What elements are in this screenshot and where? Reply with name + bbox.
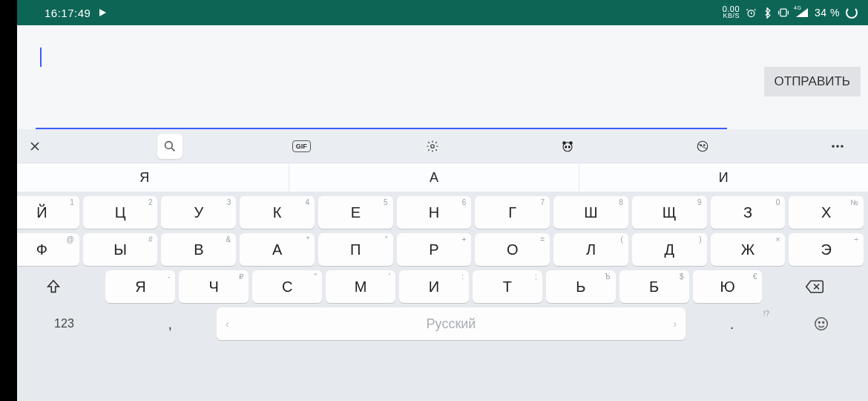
svg-point-5 [563, 141, 567, 145]
letter-key[interactable]: С" [252, 270, 322, 303]
letter-key[interactable]: Ч₽ [179, 270, 249, 303]
suggestion-item[interactable]: Я [0, 163, 289, 192]
send-button[interactable]: ОТПРАВИТЬ [764, 67, 861, 97]
status-bar: 16:17:49 0.00 KB/S 4G 34 % [0, 0, 868, 25]
letter-key[interactable]: Я- [105, 270, 175, 303]
alarm-icon [746, 7, 757, 19]
chevron-left-icon: ‹ [226, 318, 229, 330]
letter-key[interactable]: Н6 [397, 196, 472, 229]
space-key[interactable]: ‹ Русский › [217, 307, 685, 340]
loading-spinner-icon [846, 7, 858, 19]
letter-key[interactable]: Ж× [711, 233, 786, 266]
keyboard: Й1Ц2У3К4Е5Н6Г7Ш8Щ9З0Х№ Ф@Ы#В&А*П"Р+О=Л(Д… [0, 192, 868, 401]
text-cursor [40, 48, 42, 67]
letter-key[interactable]: У3 [161, 196, 236, 229]
suggestion-item[interactable]: А [289, 163, 579, 192]
suggestion-item[interactable]: И [579, 163, 868, 192]
numeric-key[interactable]: 123 [4, 307, 124, 340]
gif-icon[interactable]: GIF [292, 140, 311, 152]
svg-point-17 [822, 322, 823, 323]
letter-key[interactable]: О= [475, 233, 550, 266]
svg-point-6 [570, 141, 573, 145]
svg-point-16 [818, 322, 820, 323]
backspace-key[interactable] [766, 270, 863, 303]
signal-icon: 4G [795, 7, 809, 18]
svg-point-14 [841, 145, 844, 148]
letter-key[interactable]: А* [240, 233, 315, 266]
svg-point-10 [700, 144, 702, 146]
letter-key[interactable]: З0 [711, 196, 786, 229]
emoji-key[interactable] [778, 307, 864, 340]
status-right: 0.00 KB/S 4G 34 % [723, 6, 858, 19]
keyboard-row-3: Я-Ч₽С"М'И:Т;ЬЪБ$Ю€ [4, 270, 864, 303]
text-field-wrap[interactable] [36, 34, 758, 129]
comma-key[interactable]: , [128, 307, 213, 340]
status-left: 16:17:49 [45, 7, 107, 19]
vibrate-icon [777, 7, 789, 18]
letter-key[interactable]: Ц2 [83, 196, 158, 229]
keyboard-row-1: Й1Ц2У3К4Е5Н6Г7Ш8Щ9З0Х№ [4, 196, 864, 229]
svg-point-7 [565, 145, 568, 148]
svg-point-3 [431, 144, 435, 148]
chevron-right-icon: › [673, 318, 677, 330]
svg-point-2 [165, 141, 172, 149]
more-icon[interactable] [825, 134, 850, 159]
incognito-icon[interactable] [690, 134, 715, 159]
play-icon [98, 8, 107, 17]
close-icon[interactable] [22, 134, 47, 159]
svg-point-12 [832, 145, 835, 148]
battery-percent: 34 % [815, 7, 840, 19]
letter-key[interactable]: Г7 [475, 196, 550, 229]
keyboard-toolbar: GIF [0, 129, 868, 163]
letter-key[interactable]: Д) [632, 233, 707, 266]
letter-key[interactable]: Ш8 [553, 196, 628, 229]
svg-rect-1 [780, 9, 786, 16]
letter-key[interactable]: Е5 [318, 196, 393, 229]
letter-key[interactable]: Л( [553, 233, 628, 266]
letter-key[interactable]: Щ9 [632, 196, 707, 229]
keyboard-row-2: Ф@Ы#В&А*П"Р+О=Л(Д)Ж×Э÷ [4, 233, 864, 266]
letter-key[interactable]: ЬЪ [546, 270, 616, 303]
letter-key[interactable]: Ы# [83, 233, 158, 266]
svg-point-15 [815, 318, 827, 330]
panda-icon[interactable] [555, 134, 580, 159]
letter-key[interactable]: П" [318, 233, 393, 266]
keyboard-row-4: 123 , ‹ Русский › !? . [4, 307, 864, 340]
svg-point-8 [568, 145, 571, 148]
camera-notch-bar [0, 0, 17, 401]
svg-point-11 [704, 144, 706, 146]
period-key[interactable]: !? . [689, 307, 775, 340]
letter-key[interactable]: К4 [240, 196, 315, 229]
status-data-speed: 0.00 KB/S [723, 6, 740, 19]
letter-key[interactable]: В& [161, 233, 236, 266]
search-icon[interactable] [157, 134, 183, 159]
letter-key[interactable]: Э÷ [789, 233, 864, 266]
message-input[interactable] [36, 34, 758, 129]
text-underline [36, 128, 727, 129]
shift-key[interactable] [4, 270, 102, 303]
suggestion-row: Я А И [0, 163, 868, 192]
letter-key[interactable]: Б$ [619, 270, 689, 303]
letter-key[interactable]: И: [399, 270, 469, 303]
letter-key[interactable]: Х№ [789, 196, 864, 229]
letter-key[interactable]: Ю€ [693, 270, 763, 303]
bluetooth-icon [763, 7, 772, 19]
svg-point-13 [836, 145, 839, 148]
letter-key[interactable]: Р+ [397, 233, 472, 266]
settings-icon[interactable] [420, 134, 445, 159]
compose-area: ОТПРАВИТЬ [0, 25, 868, 129]
status-time: 16:17:49 [45, 7, 91, 19]
screen: 16:17:49 0.00 KB/S 4G 34 % [0, 0, 868, 401]
letter-key[interactable]: М' [326, 270, 395, 303]
letter-key[interactable]: Т; [473, 270, 542, 303]
